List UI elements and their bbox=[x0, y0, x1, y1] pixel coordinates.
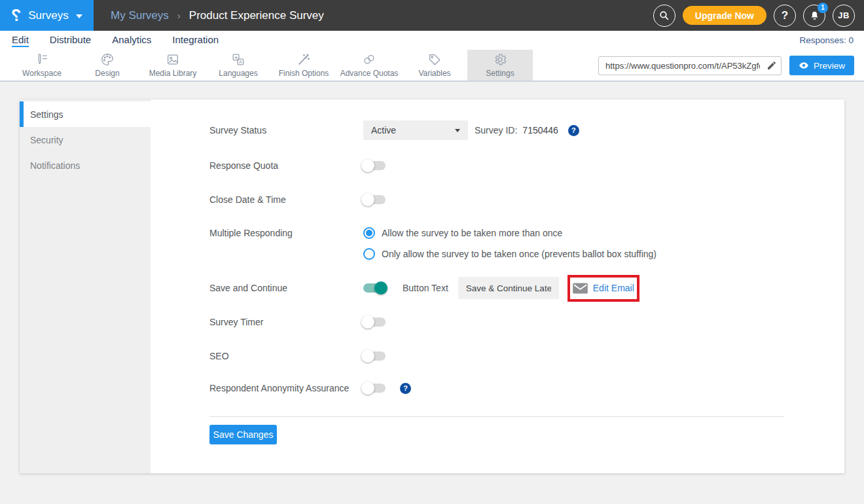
question-mark-icon: ? bbox=[782, 9, 788, 22]
edit-email-link[interactable]: Edit Email bbox=[593, 283, 634, 293]
radio-option-allow-once[interactable]: Only allow the survey to be taken once (… bbox=[363, 247, 657, 261]
magic-wand-icon bbox=[297, 52, 311, 67]
app-window: ? Surveys My Surveys › Product Experienc… bbox=[0, 0, 864, 504]
chevron-down-icon bbox=[76, 14, 82, 18]
anonymity-toggle[interactable] bbox=[363, 384, 386, 393]
survey-status-label: Survey Status bbox=[209, 125, 363, 135]
response-quota-label: Response Quota bbox=[209, 160, 363, 171]
survey-status-select[interactable]: Active bbox=[363, 120, 468, 140]
edit-email-highlight-box: Edit Email bbox=[567, 275, 639, 302]
help-button[interactable]: ? bbox=[774, 5, 796, 27]
anonymity-help-icon[interactable]: ? bbox=[400, 383, 411, 394]
save-and-continue-label: Save and Continue bbox=[209, 283, 363, 293]
palette-icon bbox=[100, 52, 115, 67]
multiple-responding-row: Multiple Responding Allow the survey to … bbox=[209, 226, 657, 261]
toolbar-item-languages[interactable]: ★A Languages bbox=[206, 50, 271, 81]
multiple-responding-options: Allow the survey to be taken more than o… bbox=[363, 226, 657, 261]
search-button[interactable] bbox=[653, 5, 675, 27]
button-text-label: Button Text bbox=[403, 283, 448, 293]
tag-icon bbox=[427, 52, 442, 67]
toolbar-item-workspace[interactable]: Workspace bbox=[9, 50, 75, 81]
toggle-knob bbox=[361, 350, 374, 363]
survey-id-help-icon[interactable]: ? bbox=[568, 125, 579, 136]
button-text-input[interactable] bbox=[458, 277, 559, 299]
image-icon bbox=[166, 52, 180, 67]
survey-status-value: Active bbox=[371, 125, 396, 135]
survey-timer-row: Survey Timer bbox=[209, 312, 386, 332]
close-date-row: Close Date & Time bbox=[209, 190, 386, 209]
edit-url-button[interactable] bbox=[766, 60, 777, 73]
save-changes-button[interactable]: Save Changes bbox=[209, 425, 277, 444]
translate-icon: ★A bbox=[231, 52, 245, 67]
save-and-continue-row: Save and Continue Button Text Edit Email bbox=[209, 274, 639, 302]
toolbar-item-settings[interactable]: Settings bbox=[467, 50, 533, 81]
tab-edit[interactable]: Edit bbox=[12, 34, 29, 47]
survey-status-row: Survey Status Active Survey ID: 7150446 … bbox=[209, 120, 579, 140]
survey-nav: Edit Distribute Analytics Integration Re… bbox=[0, 31, 864, 50]
response-quota-row: Response Quota bbox=[209, 156, 386, 175]
seo-toggle[interactable] bbox=[363, 351, 386, 361]
chain-links-icon bbox=[362, 52, 376, 67]
survey-id-value: 7150446 bbox=[522, 125, 558, 135]
save-and-continue-toggle[interactable] bbox=[363, 283, 386, 293]
preview-button[interactable]: Preview bbox=[789, 56, 854, 75]
breadcrumb-my-surveys[interactable]: My Surveys bbox=[111, 9, 169, 22]
sidebar-item-notifications[interactable]: Notifications bbox=[20, 153, 151, 178]
toggle-knob bbox=[374, 281, 387, 295]
avatar-initials: JB bbox=[838, 10, 850, 20]
notifications-button[interactable]: 1 bbox=[803, 5, 825, 27]
top-header: ? Surveys My Surveys › Product Experienc… bbox=[0, 0, 864, 31]
seo-row: SEO bbox=[209, 346, 386, 366]
eye-icon bbox=[799, 60, 809, 71]
svg-text:★: ★ bbox=[234, 55, 238, 60]
close-date-label: Close Date & Time bbox=[209, 194, 363, 205]
responses-count: Responses: 0 bbox=[799, 35, 864, 45]
toolbar-item-label: Advance Quotas bbox=[340, 69, 399, 78]
toggle-knob bbox=[361, 159, 374, 172]
survey-url-group bbox=[598, 56, 782, 75]
breadcrumb: My Surveys › Product Experience Survey bbox=[111, 0, 324, 31]
toolbar-item-advance-quotas[interactable]: Advance Quotas bbox=[336, 50, 402, 81]
tab-analytics[interactable]: Analytics bbox=[112, 34, 151, 47]
notification-badge: 1 bbox=[818, 3, 828, 13]
toolbar-item-label: Variables bbox=[418, 69, 450, 78]
user-avatar[interactable]: JB bbox=[833, 5, 855, 27]
survey-url-input[interactable] bbox=[598, 56, 782, 75]
settings-card: Settings Security Notifications Survey S… bbox=[20, 99, 844, 473]
pencil-list-icon bbox=[35, 52, 49, 67]
radio-option-allow-multiple[interactable]: Allow the survey to be taken more than o… bbox=[363, 226, 657, 240]
toolbar-item-design[interactable]: Design bbox=[75, 50, 140, 81]
toolbar-item-label: Workspace bbox=[22, 69, 62, 78]
anonymity-row: Respondent Anonymity Assurance ? bbox=[209, 378, 411, 398]
pencil-icon bbox=[766, 60, 777, 71]
radio-unselected-icon bbox=[363, 248, 375, 260]
toggle-knob bbox=[361, 382, 374, 395]
seo-label: SEO bbox=[209, 351, 363, 361]
close-date-toggle[interactable] bbox=[363, 195, 386, 204]
tab-integration[interactable]: Integration bbox=[172, 34, 219, 47]
product-switcher[interactable]: ? Surveys bbox=[0, 0, 94, 31]
preview-label: Preview bbox=[814, 61, 845, 71]
upgrade-now-button[interactable]: Upgrade Now bbox=[683, 6, 766, 25]
toolbar-item-media-library[interactable]: Media Library bbox=[140, 50, 206, 81]
toolbar-item-variables[interactable]: Variables bbox=[402, 50, 467, 81]
toggle-knob bbox=[361, 315, 374, 329]
chevron-down-icon bbox=[455, 129, 460, 132]
anonymity-label: Respondent Anonymity Assurance bbox=[209, 383, 363, 393]
product-label: Surveys bbox=[28, 9, 68, 22]
header-actions: Upgrade Now ? 1 JB bbox=[653, 0, 864, 31]
radio-option-label: Only allow the survey to be taken once (… bbox=[382, 249, 657, 259]
sidebar-item-security[interactable]: Security bbox=[20, 127, 151, 153]
breadcrumb-survey-title: Product Experience Survey bbox=[189, 9, 324, 22]
envelope-icon bbox=[573, 283, 588, 294]
toolbar-right-group: Preview bbox=[598, 56, 854, 75]
sidebar-item-settings[interactable]: Settings bbox=[20, 101, 151, 127]
questionpro-logo-icon: ? bbox=[11, 7, 21, 24]
survey-timer-toggle[interactable] bbox=[363, 317, 386, 327]
multiple-responding-label: Multiple Responding bbox=[209, 228, 363, 238]
response-quota-toggle[interactable] bbox=[363, 161, 386, 170]
toolbar-item-finish-options[interactable]: Finish Options bbox=[271, 50, 336, 81]
svg-text:A: A bbox=[239, 59, 242, 65]
settings-sidebar: Settings Security Notifications bbox=[20, 99, 151, 473]
tab-distribute[interactable]: Distribute bbox=[50, 34, 91, 47]
